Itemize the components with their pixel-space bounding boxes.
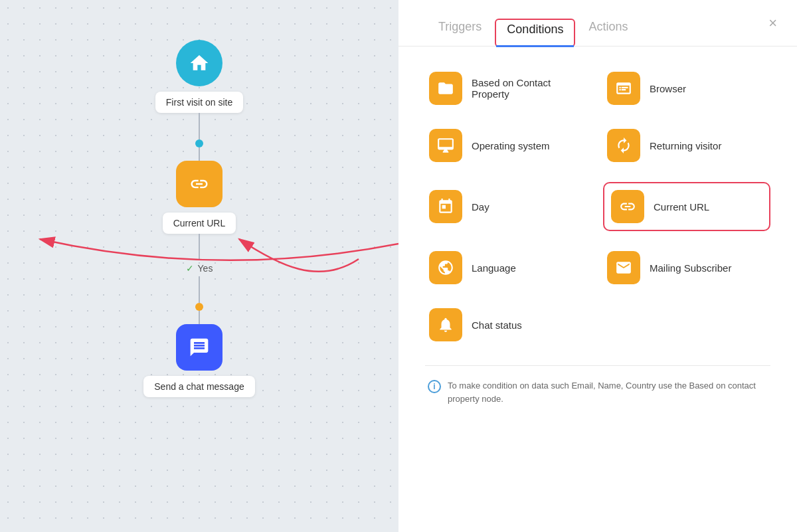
yes-text: Yes	[198, 263, 213, 274]
connector-line-4	[199, 276, 200, 303]
tab-actions[interactable]: Actions	[575, 20, 641, 44]
panel-header: Triggers Conditions Actions ×	[398, 0, 797, 46]
close-button[interactable]: ×	[768, 16, 777, 31]
connector-line-1	[199, 113, 200, 139]
browser-icon-bg	[607, 72, 640, 105]
condition-day-label: Day	[472, 201, 489, 213]
conditions-grid: Based on Contact Property Browser	[425, 68, 770, 345]
right-panel: Triggers Conditions Actions × Based on C…	[398, 0, 797, 532]
condition-language-label: Language	[472, 262, 516, 274]
condition-language[interactable]: Language	[425, 247, 592, 288]
left-panel: First visit on site Current URL ✓ Yes	[0, 0, 398, 532]
bell-icon-bg	[429, 308, 462, 341]
info-text: To make condition on data such Email, Na…	[448, 379, 768, 405]
condition-current-url[interactable]: Current URL	[603, 182, 770, 231]
condition-day[interactable]: Day	[425, 182, 592, 231]
info-icon: i	[428, 380, 441, 393]
tab-triggers[interactable]: Triggers	[425, 20, 495, 44]
condition-chat-status[interactable]: Chat status	[425, 304, 592, 345]
chat-message-node[interactable]	[176, 324, 222, 371]
condition-browser-label: Browser	[650, 83, 686, 94]
current-url-node[interactable]	[176, 161, 222, 207]
connector-line-5	[199, 311, 200, 324]
condition-mailing[interactable]: Mailing Subscriber	[603, 247, 770, 288]
divider	[425, 365, 770, 366]
condition-returning-label: Returning visitor	[650, 140, 721, 151]
flow-container: First visit on site Current URL ✓ Yes	[143, 40, 254, 397]
send-chat-label: Send a chat message	[143, 376, 254, 397]
condition-browser[interactable]: Browser	[603, 68, 770, 109]
home-node[interactable]	[176, 40, 222, 86]
checkmark-icon: ✓	[186, 263, 194, 274]
blue-dot	[195, 139, 203, 147]
panel-content: Based on Contact Property Browser	[398, 46, 797, 532]
link-icon-bg	[611, 190, 644, 223]
connector-line-3	[199, 234, 200, 260]
condition-contact-property[interactable]: Based on Contact Property	[425, 68, 592, 109]
first-visit-label: First visit on site	[155, 92, 243, 113]
condition-current-url-label: Current URL	[654, 201, 709, 213]
yes-label: ✓ Yes	[186, 263, 213, 274]
condition-contact-property-label: Based on Contact Property	[472, 77, 588, 100]
globe-icon-bg	[429, 251, 462, 284]
condition-chat-status-label: Chat status	[472, 319, 522, 331]
connector-line-2	[199, 147, 200, 161]
folder-icon-bg	[429, 72, 462, 105]
condition-mailing-label: Mailing Subscriber	[650, 262, 731, 274]
info-box: i To make condition on data such Email, …	[425, 379, 770, 405]
mail-icon-bg	[607, 251, 640, 284]
condition-os[interactable]: Operating system	[425, 125, 592, 166]
calendar-icon-bg	[429, 190, 462, 223]
monitor-icon-bg	[429, 129, 462, 162]
orange-dot	[195, 303, 203, 311]
refresh-icon-bg	[607, 129, 640, 162]
tab-conditions[interactable]: Conditions	[495, 19, 575, 47]
condition-returning[interactable]: Returning visitor	[603, 125, 770, 166]
current-url-label: Current URL	[163, 213, 236, 234]
condition-os-label: Operating system	[472, 140, 550, 151]
